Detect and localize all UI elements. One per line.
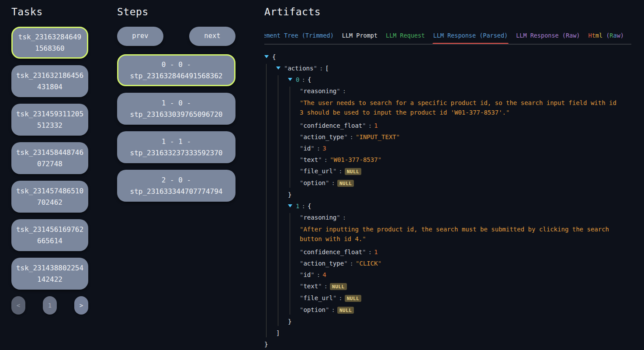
step-item[interactable]: 1 - 1 - stp_231633237333592370 (117, 131, 235, 163)
collapse-triangle-icon[interactable] (288, 204, 292, 207)
step-item[interactable]: 2 - 0 - stp_231633344707774794 (117, 170, 235, 202)
task-item[interactable]: tsk_231632186456431804 (11, 65, 88, 97)
task-item[interactable]: tsk_231632846491568360 (11, 27, 88, 59)
tab-llm-prompt[interactable]: LLM Prompt (342, 32, 377, 44)
json-field-action-type: "action_type":"CLICK" (300, 259, 631, 268)
json-field-option: "option":NULL (300, 305, 631, 315)
null-badge: NULL (345, 168, 362, 175)
null-badge: NULL (330, 283, 347, 290)
collapse-triangle-icon[interactable] (288, 78, 292, 81)
json-field-file-url: "file_url":NULL (300, 167, 631, 176)
json-field-id: "id":4 (300, 270, 631, 279)
page-number-button[interactable]: 1 (43, 296, 57, 315)
collapse-triangle-icon[interactable] (264, 55, 269, 58)
json-tree-viewer: { "actions":[ 0:{ "reasoning": "The user… (264, 52, 631, 349)
json-root-close: } (264, 340, 631, 349)
json-field-file-url: "file_url":NULL (300, 294, 631, 303)
json-root-open: { (264, 52, 631, 61)
artifacts-panel: Artifacts Element Tree (Trimmed) LLM Pro… (264, 6, 631, 350)
tasks-list: tsk_231632846491568360 tsk_2316321864564… (11, 27, 88, 290)
null-badge: NULL (337, 307, 354, 314)
steps-panel: Steps prev next 0 - 0 - stp_231632846491… (117, 6, 235, 208)
steps-list: 0 - 0 - stp_231632846491568362 1 - 0 - s… (117, 54, 235, 202)
json-field-confidence: "confidence_float":1 (300, 248, 631, 256)
page-prev-button[interactable]: < (11, 296, 25, 315)
json-root-children: "actions":[ 0:{ "reasoning": "The user n… (266, 64, 631, 337)
json-action-0-fields: "reasoning": "The user needs to search f… (290, 87, 631, 188)
json-field-text: "text":NULL (300, 282, 631, 291)
json-field-reasoning-value: "The user needs to search for a specific… (300, 98, 620, 117)
json-field-reasoning-key: "reasoning": (300, 213, 631, 222)
tab-llm-response-parsed[interactable]: LLM Response (Parsed) (433, 32, 508, 44)
next-step-button[interactable]: next (189, 27, 235, 46)
step-item[interactable]: 1 - 0 - stp_231633039765096720 (117, 93, 235, 125)
task-item[interactable]: tsk_231438802254142422 (11, 258, 88, 290)
json-field-reasoning-key: "reasoning": (300, 87, 631, 95)
steps-nav: prev next (117, 27, 235, 46)
json-array-item-1-open: 1:{ (288, 202, 631, 210)
artifacts-title: Artifacts (264, 6, 631, 18)
artifacts-tab-bar: Element Tree (Trimmed) LLM Prompt LLM Re… (264, 32, 631, 45)
json-field-reasoning-value: "After inputting the product id, the sea… (300, 224, 620, 244)
tab-html-raw[interactable]: Html (Raw) (589, 32, 624, 44)
null-badge: NULL (345, 295, 362, 302)
json-actions-children: 0:{ "reasoning": "The user needs to sear… (278, 75, 631, 326)
json-field-action-type: "action_type":"INPUT_TEXT" (300, 133, 631, 141)
tab-llm-response-raw[interactable]: LLM Response (Raw) (516, 32, 580, 44)
tab-llm-request[interactable]: LLM Request (386, 32, 425, 44)
step-item[interactable]: 0 - 0 - stp_231632846491568362 (117, 54, 235, 86)
collapse-triangle-icon[interactable] (276, 66, 280, 70)
tab-element-tree-trimmed[interactable]: Element Tree (Trimmed) (264, 32, 334, 44)
json-key-actions: "actions":[ (276, 64, 631, 73)
json-action-1-fields: "reasoning": "After inputting the produc… (290, 213, 631, 315)
json-field-option: "option":NULL (300, 178, 631, 188)
null-badge: NULL (337, 180, 354, 187)
json-array-item-1-close: } (288, 317, 631, 326)
json-field-confidence: "confidence_float":1 (300, 121, 631, 130)
json-field-id: "id":3 (300, 144, 631, 153)
prev-step-button[interactable]: prev (117, 27, 163, 46)
json-array-item-0-close: } (288, 190, 631, 199)
json-array-item-0-open: 0:{ (288, 75, 631, 84)
page-next-button[interactable]: > (74, 296, 88, 315)
json-field-text: "text":"W01-377-8537" (300, 155, 631, 164)
task-item[interactable]: tsk_231457486510702462 (11, 181, 88, 213)
steps-title: Steps (117, 6, 235, 18)
json-actions-close: ] (276, 329, 631, 337)
tasks-title: Tasks (11, 6, 88, 18)
task-item[interactable]: tsk_231456169762665614 (11, 219, 88, 251)
task-item[interactable]: tsk_231458448746072748 (11, 142, 88, 174)
tasks-panel: Tasks tsk_231632846491568360 tsk_2316321… (11, 6, 88, 315)
task-item[interactable]: tsk_231459311205512332 (11, 104, 88, 136)
tasks-pagination: < 1 > (11, 296, 88, 315)
